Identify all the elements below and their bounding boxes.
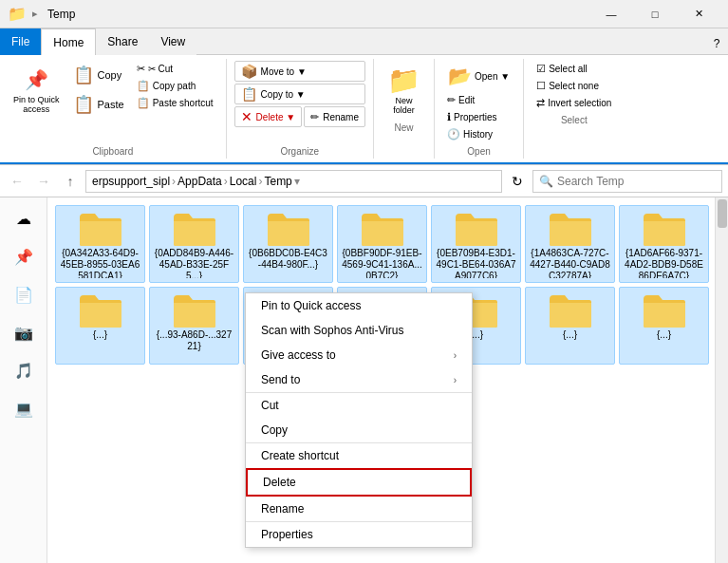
file-item-3[interactable]: {0B6BDC0B-E4C3-44B4-980F...} bbox=[243, 205, 333, 283]
delete-rename-row: ✕ Delete ▼ ✏ Rename bbox=[234, 106, 365, 127]
file-label-7: {1AD6AF66-9371-4AD2-BDB9-D58E86DE6A7C} bbox=[624, 248, 704, 278]
forward-button[interactable]: → bbox=[32, 170, 55, 193]
rename-button[interactable]: ✏ Rename bbox=[304, 106, 365, 127]
file-label-13: {...} bbox=[563, 329, 577, 341]
delete-icon: ✕ bbox=[241, 109, 252, 124]
paste-label: Paste bbox=[98, 99, 124, 110]
file-item-9[interactable]: {...93-A86D-...32721} bbox=[149, 287, 239, 365]
sidebar: ☁ 📌 📄 📷 🎵 💻 bbox=[0, 197, 47, 563]
open-button[interactable]: 📂 Open ▼ bbox=[442, 61, 515, 91]
path-sep-2: › bbox=[224, 175, 228, 188]
pin-label: Pin to Quickaccess bbox=[13, 95, 60, 114]
file-item-2[interactable]: {0ADD84B9-A446-45AD-B33E-25F5...} bbox=[149, 205, 239, 283]
ctx-send-to[interactable]: Send to › bbox=[246, 367, 472, 392]
refresh-button[interactable]: ↻ bbox=[506, 170, 529, 193]
clipboard-buttons: 📌 Pin to Quickaccess 📋 Copy 📋 Paste ✂✂ C… bbox=[8, 61, 218, 142]
address-bar: ← → ↑ erpsupport_sipl › AppData › Local … bbox=[0, 165, 728, 197]
copy-to-button[interactable]: 📋 Copy to ▼ bbox=[234, 84, 365, 104]
new-folder-button[interactable]: 📁 Newfolder bbox=[382, 61, 426, 119]
file-item-4[interactable]: {0BBF90DF-91EB-4569-9C41-136A...0B7C2} bbox=[337, 205, 427, 283]
ctx-pin-quick-access[interactable]: Pin to Quick access bbox=[246, 293, 472, 318]
help-button[interactable]: ? bbox=[705, 32, 728, 55]
tab-home[interactable]: Home bbox=[41, 28, 96, 55]
sidebar-item-music[interactable]: 🎵 bbox=[7, 353, 41, 387]
properties-icon: ℹ bbox=[447, 111, 451, 123]
search-input[interactable] bbox=[557, 175, 716, 188]
ctx-scan-sophos[interactable]: Scan with Sophos Anti-Virus bbox=[246, 318, 472, 343]
file-label-8: {...} bbox=[93, 329, 107, 341]
file-item-6[interactable]: {1A4863CA-727C-4427-B440-C9AD8C32787A} bbox=[525, 205, 615, 283]
ctx-delete[interactable]: Delete bbox=[246, 468, 472, 497]
ctx-properties[interactable]: Properties bbox=[246, 521, 472, 547]
cut-icon: ✂ bbox=[137, 63, 145, 75]
ribbon-group-select: ☑ Select all ☐ Select none ⇄ Invert sele… bbox=[524, 59, 624, 159]
invert-selection-button[interactable]: ⇄ Invert selection bbox=[532, 95, 616, 111]
new-folder-label: Newfolder bbox=[393, 96, 415, 115]
scrollbar[interactable] bbox=[715, 197, 728, 563]
properties-button[interactable]: ℹ Properties bbox=[442, 109, 515, 125]
select-label: Select bbox=[561, 115, 588, 125]
sidebar-item-docs[interactable]: 📄 bbox=[7, 277, 41, 311]
tab-share[interactable]: Share bbox=[96, 28, 149, 55]
up-button[interactable]: ↑ bbox=[59, 170, 82, 193]
maximize-button[interactable]: □ bbox=[633, 0, 677, 28]
copy-button[interactable]: 📋 Copy bbox=[67, 61, 130, 89]
file-label-6: {1A4863CA-727C-4427-B440-C9AD8C32787A} bbox=[530, 248, 610, 278]
file-label-14: {...} bbox=[657, 329, 671, 341]
ctx-copy[interactable]: Copy bbox=[246, 418, 472, 442]
ctx-cut[interactable]: Cut bbox=[246, 392, 472, 418]
sidebar-item-pin[interactable]: 📌 bbox=[7, 239, 41, 273]
path-dropdown-arrow: ▾ bbox=[294, 175, 300, 188]
file-label-2: {0ADD84B9-A446-45AD-B33E-25F5...} bbox=[154, 248, 234, 278]
file-item-13[interactable]: {...} bbox=[525, 287, 615, 365]
sidebar-item-cloud[interactable]: ☁ bbox=[7, 201, 41, 235]
scroll-thumb[interactable] bbox=[718, 199, 727, 228]
history-icon: 🕐 bbox=[447, 128, 460, 141]
minimize-button[interactable]: — bbox=[589, 0, 633, 28]
sidebar-item-computer[interactable]: 💻 bbox=[7, 391, 41, 425]
organize-label: Organize bbox=[281, 146, 320, 157]
close-button[interactable]: ✕ bbox=[677, 0, 720, 28]
open-buttons: 📂 Open ▼ ✏ Edit ℹ Properties 🕐 History bbox=[442, 61, 515, 142]
paste-icon: 📋 bbox=[73, 94, 94, 115]
copy-path-button[interactable]: 📋 Copy path bbox=[132, 78, 218, 94]
cut-button[interactable]: ✂✂ Cut bbox=[132, 61, 218, 77]
search-box[interactable]: 🔍 bbox=[532, 170, 722, 193]
ribbon: File Home Share View ? 📌 Pin to Quickacc… bbox=[0, 28, 728, 165]
open-col: 📂 Open ▼ ✏ Edit ℹ Properties 🕐 History bbox=[442, 61, 515, 142]
give-access-arrow: › bbox=[454, 350, 457, 361]
file-item-1[interactable]: {0A342A33-64D9-45EB-8955-03EA6581DCA1} bbox=[55, 205, 145, 283]
delete-button[interactable]: ✕ Delete ▼ bbox=[234, 106, 303, 127]
edit-button[interactable]: ✏ Edit bbox=[442, 92, 515, 108]
file-item-14[interactable]: {...} bbox=[619, 287, 709, 365]
sidebar-item-photos[interactable]: 📷 bbox=[7, 315, 41, 349]
new-label: New bbox=[394, 122, 413, 133]
select-none-button[interactable]: ☐ Select none bbox=[532, 78, 616, 94]
organize-buttons: 📦 Move to ▼ 📋 Copy to ▼ ✕ Delete ▼ ✏ bbox=[234, 61, 365, 142]
clipboard-label: Clipboard bbox=[92, 146, 133, 157]
back-button[interactable]: ← bbox=[6, 170, 28, 193]
paste-shortcut-button[interactable]: 📋 Paste shortcut bbox=[132, 95, 218, 111]
selectnone-icon: ☐ bbox=[536, 80, 546, 92]
file-item-5[interactable]: {0EB709B4-E3D1-49C1-BE64-036A7A9077C6} bbox=[431, 205, 521, 283]
send-to-arrow: › bbox=[454, 375, 457, 385]
paste-button[interactable]: 📋 Paste bbox=[67, 90, 130, 119]
ctx-rename[interactable]: Rename bbox=[246, 497, 472, 521]
tab-file[interactable]: File bbox=[0, 28, 41, 55]
tab-view[interactable]: View bbox=[149, 28, 196, 55]
path-part-4: Temp bbox=[264, 175, 291, 188]
pin-to-quick-access-button[interactable]: 📌 Pin to Quickaccess bbox=[8, 61, 65, 118]
address-path[interactable]: erpsupport_sipl › AppData › Local › Temp… bbox=[85, 170, 502, 193]
path-part-2: AppData bbox=[177, 175, 222, 188]
title-bar: 📁 ▸ Temp — □ ✕ bbox=[0, 0, 728, 28]
ribbon-group-organize: 📦 Move to ▼ 📋 Copy to ▼ ✕ Delete ▼ ✏ bbox=[227, 59, 374, 159]
move-to-button[interactable]: 📦 Move to ▼ bbox=[234, 61, 365, 82]
ctx-create-shortcut[interactable]: Create shortcut bbox=[246, 442, 472, 468]
select-all-button[interactable]: ☑ Select all bbox=[532, 61, 616, 77]
file-label-9: {...93-A86D-...32721} bbox=[154, 329, 234, 352]
ribbon-tabs: File Home Share View ? bbox=[0, 28, 728, 55]
file-item-7[interactable]: {1AD6AF66-9371-4AD2-BDB9-D58E86DE6A7C} bbox=[619, 205, 709, 283]
history-button[interactable]: 🕐 History bbox=[442, 126, 515, 142]
ctx-give-access[interactable]: Give access to › bbox=[246, 343, 472, 367]
file-item-8[interactable]: {...} bbox=[55, 287, 145, 365]
